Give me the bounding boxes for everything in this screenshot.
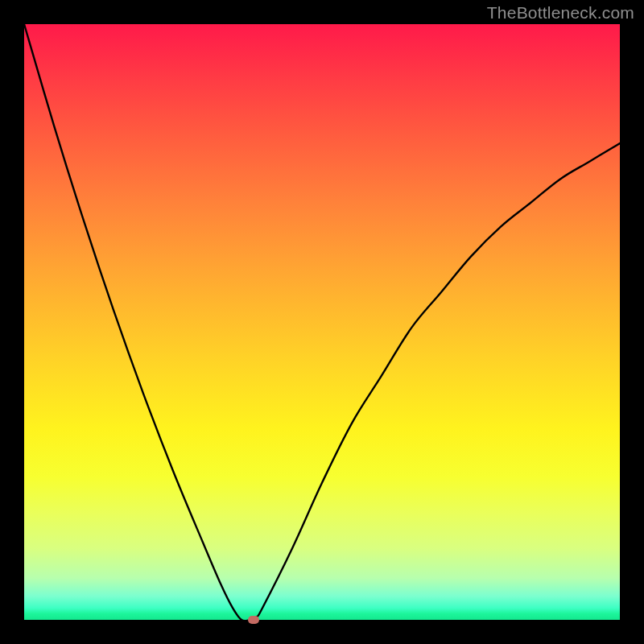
chart-frame: TheBottleneck.com [0, 0, 644, 644]
curve-svg [24, 24, 620, 620]
plot-area [24, 24, 620, 620]
minimum-marker [248, 616, 259, 624]
bottleneck-curve [24, 24, 620, 620]
watermark-text: TheBottleneck.com [487, 3, 634, 23]
